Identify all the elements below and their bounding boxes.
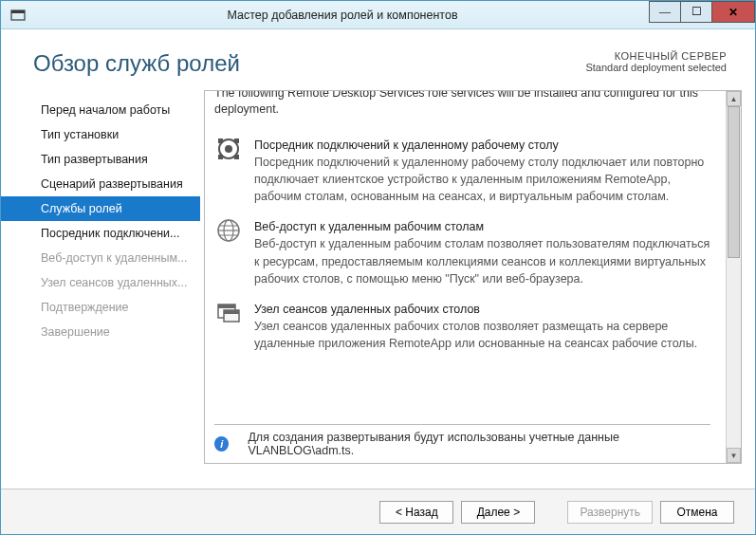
nav-role-services[interactable]: Службы ролей xyxy=(1,196,200,221)
credentials-text: Для создания развертывания будут использ… xyxy=(248,431,710,457)
role-web-access: Веб-доступ к удаленным рабочим столам Ве… xyxy=(214,218,716,287)
wizard-buttons: < Назад Далее > Развернуть Отмена xyxy=(1,489,755,534)
wizard-header: Обзор служб ролей КОНЕЧНЫЙ СЕРВЕР Standa… xyxy=(1,29,755,86)
window-title: Мастер добавления ролей и компонентов xyxy=(35,9,650,22)
role-description: Веб-доступ к удаленным рабочим столам по… xyxy=(254,235,716,286)
nav-install-type[interactable]: Тип установки xyxy=(1,122,200,147)
scroll-thumb[interactable] xyxy=(728,106,740,258)
close-button[interactable]: ✕ xyxy=(711,1,755,23)
scroll-down-button[interactable]: ▼ xyxy=(727,448,741,463)
connection-broker-icon xyxy=(214,137,243,165)
content-scroll-area: The following Remote Desktop Services ro… xyxy=(205,91,726,463)
nav-deployment-scenario[interactable]: Сценарий развертывания xyxy=(1,172,200,196)
role-name: Посредник подключений к удаленному рабоч… xyxy=(254,137,716,154)
intro-text: The following Remote Desktop Services ro… xyxy=(214,91,716,127)
svg-rect-6 xyxy=(218,155,223,159)
svg-rect-1 xyxy=(11,10,25,13)
role-description: Посредник подключений к удаленному рабоч… xyxy=(254,154,716,205)
svg-rect-7 xyxy=(234,155,239,159)
page-title: Обзор служб ролей xyxy=(33,50,240,77)
nav-completion: Завершение xyxy=(1,320,200,344)
cancel-button[interactable]: Отмена xyxy=(660,501,734,524)
vertical-scrollbar[interactable]: ▲ ▼ xyxy=(726,91,741,463)
svg-rect-16 xyxy=(224,310,239,314)
svg-point-3 xyxy=(225,145,232,153)
content-pane: The following Remote Desktop Services ro… xyxy=(204,90,742,464)
svg-rect-5 xyxy=(234,138,239,143)
role-name: Узел сеансов удаленных рабочих столов xyxy=(254,301,716,318)
target-info: КОНЕЧНЫЙ СЕРВЕР Standard deployment sele… xyxy=(585,50,727,73)
session-host-icon xyxy=(214,301,243,329)
deployment-type: Standard deployment selected xyxy=(585,62,727,73)
info-icon: i xyxy=(214,436,229,452)
nav-session-host: Узел сеансов удаленных... xyxy=(1,270,200,295)
nav-web-access: Веб-доступ к удаленным... xyxy=(1,246,200,270)
wizard-nav: Перед началом работы Тип установки Тип р… xyxy=(1,90,200,464)
role-session-host: Узел сеансов удаленных рабочих столов Уз… xyxy=(214,301,716,352)
app-icon xyxy=(7,4,29,27)
credentials-note: i Для создания развертывания будут испол… xyxy=(214,424,710,457)
deploy-button: Развернуть xyxy=(567,501,653,524)
role-description: Узел сеансов удаленных рабочих столов по… xyxy=(254,318,716,352)
minimize-button[interactable]: — xyxy=(649,1,681,23)
window-controls: — ☐ ✕ xyxy=(650,1,755,28)
web-access-icon xyxy=(214,218,243,247)
nav-before-you-begin[interactable]: Перед началом работы xyxy=(1,98,200,122)
maximize-button[interactable]: ☐ xyxy=(680,1,712,23)
wizard-body: Перед началом работы Тип установки Тип р… xyxy=(1,86,755,464)
scroll-up-button[interactable]: ▲ xyxy=(727,91,741,106)
back-button[interactable]: < Назад xyxy=(379,501,453,524)
nav-confirmation: Подтверждение xyxy=(1,295,200,320)
svg-rect-4 xyxy=(218,138,223,143)
role-connection-broker: Посредник подключений к удаленному рабоч… xyxy=(214,137,716,206)
svg-rect-14 xyxy=(218,304,235,308)
window-titlebar: Мастер добавления ролей и компонентов — … xyxy=(1,1,755,29)
nav-connection-broker[interactable]: Посредник подключени... xyxy=(1,221,200,246)
role-name: Веб-доступ к удаленным рабочим столам xyxy=(254,218,716,235)
next-button[interactable]: Далее > xyxy=(461,501,535,524)
target-label: КОНЕЧНЫЙ СЕРВЕР xyxy=(585,50,727,62)
nav-deployment-type[interactable]: Тип развертывания xyxy=(1,147,200,172)
